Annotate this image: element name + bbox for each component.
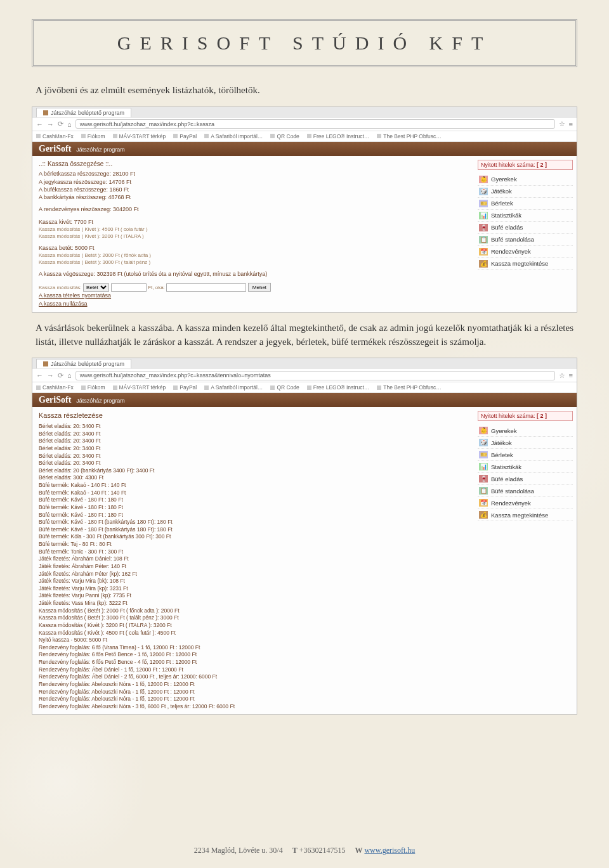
brand-logo: GeriSoft bbox=[39, 144, 71, 154]
reload-icon[interactable]: ⟳ bbox=[58, 120, 63, 128]
sidebar-item[interactable]: 📋Büfé standolása bbox=[478, 485, 573, 497]
back-icon[interactable]: ← bbox=[36, 120, 43, 128]
sidebar-item[interactable]: 📅Rendezvények bbox=[478, 497, 573, 509]
bookmark-item[interactable]: A Safariból importál… bbox=[204, 384, 263, 391]
bookmarks-bar: CashMan-FxFiókomMÁV-START térképPayPalA … bbox=[32, 382, 577, 393]
detail-line: Rendezvény foglalás: Ábel Dániel - 2 fő,… bbox=[39, 673, 468, 680]
sidebar-item[interactable]: 📊Statisztikák bbox=[478, 461, 573, 473]
bookmark-item[interactable]: The Best PHP Obfusc… bbox=[377, 133, 442, 139]
sidebar-item-label: Bérletek bbox=[491, 451, 513, 458]
browser-tab[interactable]: Játszóház beléptető program bbox=[36, 359, 131, 368]
home-icon[interactable]: ⌂ bbox=[67, 120, 72, 128]
bookmark-item[interactable]: Fiókom bbox=[81, 133, 105, 139]
bookmark-item[interactable]: PayPal bbox=[173, 384, 197, 391]
sidebar-item[interactable]: 🎫Bérletek bbox=[478, 198, 573, 210]
detail-line: Kassza módosítás ( Kivét ): 4500 Ft ( co… bbox=[39, 630, 468, 637]
menu-icon[interactable]: ≡ bbox=[569, 120, 573, 128]
bookmark-item[interactable]: A Safariból importál… bbox=[204, 133, 263, 139]
bookmark-icon bbox=[173, 385, 178, 390]
sidebar-icon: 🎫 bbox=[479, 200, 488, 207]
detail-line: Rendezvény foglalás: Abelouszki Nóra - 1… bbox=[39, 696, 468, 703]
main-content-detail: Kassza részletezése Bérlet eladás: 20: 3… bbox=[32, 407, 474, 714]
bookmark-icon bbox=[307, 134, 311, 138]
bookmark-item[interactable]: Free LEGO® Instruct… bbox=[307, 384, 369, 391]
bookmark-item[interactable]: Fiókom bbox=[81, 384, 105, 391]
mod-type-select[interactable]: Betét bbox=[83, 283, 109, 292]
reload-icon[interactable]: ⟳ bbox=[58, 372, 63, 380]
address-bar[interactable]: www.gerisoft.hu/jatszohaz_maxi/index.php… bbox=[75, 371, 555, 380]
sidebar-item-label: Kassza megtekintése bbox=[491, 512, 548, 519]
bookmark-item[interactable]: Free LEGO® Instruct… bbox=[307, 133, 369, 139]
sidebar-item[interactable]: 🎫Bérletek bbox=[478, 449, 573, 461]
summary-line: A bérletkassza részösszege: 28100 Ft bbox=[39, 171, 468, 178]
detail-line: Rendezvény foglalás: 6 fős Pető Bence - … bbox=[39, 659, 468, 666]
bookmark-item[interactable]: QR Code bbox=[270, 384, 299, 391]
sidebar-icon: 📅 bbox=[479, 248, 488, 256]
mod-amount-input[interactable] bbox=[111, 283, 147, 292]
browser-tab-strip: Játszóház beléptető program bbox=[32, 358, 577, 369]
bookmark-icon bbox=[377, 385, 381, 390]
screenshot-kassza-summary: Játszóház beléptető program ← → ⟳ ⌂ www.… bbox=[32, 107, 577, 313]
bookmark-item[interactable]: MÁV-START térkép bbox=[113, 133, 166, 139]
sidebar-item[interactable]: 📅Rendezvények bbox=[478, 246, 573, 258]
credits-box: Nyitott hitelek száma: [ 2 ] bbox=[478, 411, 573, 421]
bookmark-item[interactable]: QR Code bbox=[270, 133, 299, 139]
sidebar-item[interactable]: 🎲Játékok bbox=[478, 437, 573, 449]
footer-web-link[interactable]: www.gerisoft.hu bbox=[364, 846, 415, 855]
bookmark-item[interactable]: The Best PHP Obfusc… bbox=[377, 384, 442, 391]
brand-logo: GeriSoft bbox=[39, 395, 71, 405]
sidebar-item[interactable]: 🍷Büfé eladás bbox=[478, 473, 573, 485]
sidebar-item[interactable]: 👶Gyerekek bbox=[478, 425, 573, 437]
forward-icon[interactable]: → bbox=[47, 120, 54, 128]
star-icon[interactable]: ☆ bbox=[559, 120, 565, 128]
sidebar-icon: 👶 bbox=[479, 176, 488, 183]
home-icon[interactable]: ⌂ bbox=[67, 372, 72, 379]
bookmark-icon bbox=[113, 134, 117, 138]
credits-label: Nyitott hitelek száma: bbox=[481, 413, 535, 419]
summary-line: A bankkártyás részösszeg: 48768 Ft bbox=[39, 194, 468, 201]
detail-line: Büfé termék: Tej - 80 Ft : 80 Ft bbox=[39, 541, 468, 548]
address-bar[interactable]: www.gerisoft.hu/jatszohaz_maxi/index.php… bbox=[75, 119, 555, 129]
url-text: www.gerisoft.hu/jatszohaz_maxi/index.php… bbox=[80, 121, 214, 127]
screenshot-kassza-detail: Játszóház beléptető program ← → ⟳ ⌂ www.… bbox=[32, 358, 577, 715]
section-heading: ..:: Kassza összegzése ::.. bbox=[39, 160, 468, 169]
star-icon[interactable]: ☆ bbox=[559, 372, 565, 380]
bookmark-item[interactable]: CashMan-Fx bbox=[36, 384, 74, 391]
sidebar-item[interactable]: 📊Statisztikák bbox=[478, 210, 573, 222]
sidebar-item[interactable]: 💰Kassza megtekintése bbox=[478, 509, 573, 521]
summary-line: A jegykassza részösszege: 14706 Ft bbox=[39, 179, 468, 186]
sidebar-item[interactable]: 🎲Játékok bbox=[478, 186, 573, 198]
sidebar-item[interactable]: 📋Büfé standolása bbox=[478, 234, 573, 246]
detail-line: Rendezvény foglalás: Abelouszki Nóra - 3… bbox=[39, 703, 468, 710]
detail-line: Büfé termék: Kávé - 180 Ft : 180 Ft bbox=[39, 504, 468, 511]
detail-line: Rendezvény foglalás: 6 fős Pető Bence - … bbox=[39, 651, 468, 658]
mod-submit-button[interactable]: Mehet bbox=[248, 283, 271, 292]
bookmark-item[interactable]: PayPal bbox=[173, 133, 197, 139]
forward-icon[interactable]: → bbox=[47, 372, 54, 379]
detail-line: Nyitó kassza - 5000: 5000 Ft bbox=[39, 637, 468, 644]
browser-tab[interactable]: Játszóház beléptető program bbox=[36, 108, 131, 117]
detail-line: Büfé termék: Kávé - 180 Ft : 180 Ft bbox=[39, 512, 468, 519]
favicon-icon bbox=[43, 110, 48, 115]
sidebar-item[interactable]: 💰Kassza megtekintése bbox=[478, 258, 573, 270]
bookmark-item[interactable]: CashMan-Fx bbox=[36, 133, 74, 139]
print-link[interactable]: A kassza tételes nyomtatása bbox=[39, 292, 111, 299]
menu-icon[interactable]: ≡ bbox=[569, 372, 573, 379]
credits-label: Nyitott hitelek száma: bbox=[481, 162, 535, 168]
sidebar-icon: 🍷 bbox=[479, 224, 488, 231]
sidebar-item[interactable]: 👶Gyerekek bbox=[478, 174, 573, 186]
tab-title: Játszóház beléptető program bbox=[51, 361, 124, 367]
summary-line: Kassza módosítás ( Betét ): 2000 Ft ( fő… bbox=[39, 252, 468, 259]
page-footer: 2234 Maglód, Lövéte u. 30/4 T +363021475… bbox=[0, 846, 609, 855]
reset-link[interactable]: A kassza nullázása bbox=[39, 301, 88, 307]
detail-line: Kassza módosítás ( Betét ): 3000 Ft ( ta… bbox=[39, 614, 468, 621]
bookmark-icon bbox=[113, 385, 117, 390]
mod-reason-input[interactable] bbox=[166, 283, 246, 292]
summary-line: Kassza módosítás ( Kivét ): 4500 Ft ( co… bbox=[39, 226, 468, 233]
back-icon[interactable]: ← bbox=[36, 372, 43, 379]
bookmark-icon bbox=[204, 134, 209, 138]
withdraw-head: Kassza kivét: 7700 Ft bbox=[39, 219, 468, 226]
app-subtitle: Játszóház program bbox=[76, 398, 125, 404]
bookmark-item[interactable]: MÁV-START térkép bbox=[113, 384, 166, 391]
sidebar-item[interactable]: 🍷Büfé eladás bbox=[478, 222, 573, 234]
